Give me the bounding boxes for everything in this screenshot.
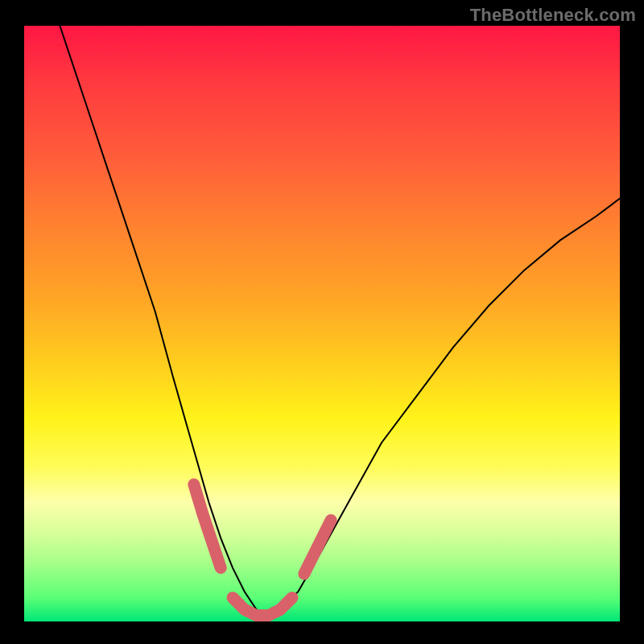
- plot-area: [24, 26, 620, 621]
- curve-svg: [24, 26, 620, 621]
- bottleneck-curve: [60, 26, 620, 616]
- highlight-valley-floor: [233, 597, 292, 615]
- highlight-right-ascent: [304, 520, 331, 574]
- chart-frame: TheBottleneck.com: [0, 0, 644, 644]
- watermark-text: TheBottleneck.com: [470, 5, 636, 26]
